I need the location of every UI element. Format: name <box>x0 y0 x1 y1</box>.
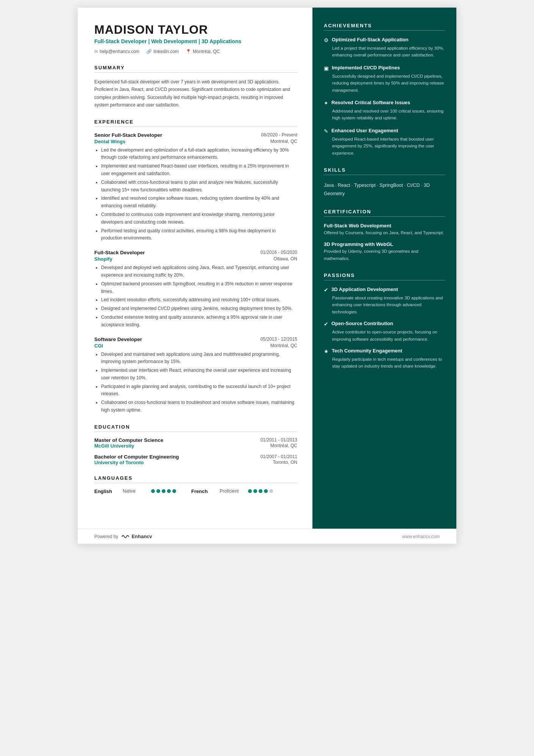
exp-header-2: Full-Stack Developer 01/2016 - 05/2020 <box>94 250 297 255</box>
passion-title-2: Open-Source Contribution <box>331 321 393 326</box>
passion-icon-3: ★ <box>324 348 329 354</box>
cert-1: Full-Stack Web Development Offered by Co… <box>324 223 445 236</box>
dot <box>156 489 160 493</box>
passion-header-3: ★ Tech Community Engagement <box>324 348 445 354</box>
exp-header-3: Software Developer 05/2013 - 12/2015 <box>94 337 297 342</box>
dot <box>248 489 252 493</box>
dot <box>167 489 171 493</box>
footer-logo: Enhancv <box>121 534 152 539</box>
dot <box>253 489 257 493</box>
achievements-section: ACHIEVEMENTS ⚙ Optimized Full-Stack Appl… <box>324 23 445 157</box>
passion-title-1: 3D Application Development <box>331 286 398 292</box>
exp-company-1: Dental Wings <box>94 139 125 144</box>
edu-location-2: Toronto, ON <box>273 460 297 465</box>
exp-location-2: Ottawa, ON <box>273 256 297 262</box>
bullet: Designed and implemented CI/CD pipelines… <box>101 305 297 313</box>
passion-desc-3: Regularly participate in tech meetups an… <box>324 356 445 370</box>
experience-title: EXPERIENCE <box>94 119 297 127</box>
exp-company-3: CGI <box>94 343 103 349</box>
footer-left: Powered by Enhancv <box>94 534 152 539</box>
summary-title: SUMMARY <box>94 65 297 73</box>
education-section: EDUCATION Master of Computer Science 01/… <box>94 424 297 465</box>
dot <box>172 489 176 493</box>
edu-location-1: Montréal, QC <box>270 443 297 449</box>
edu-school-row-1: McGill University Montréal, QC <box>94 443 297 449</box>
achievement-title-3: Resolved Critical Software Issues <box>331 100 410 105</box>
skills-text: Java · React · Typescript · SpringBoot ·… <box>324 181 445 198</box>
skills-section: SKILLS Java · React · Typescript · Sprin… <box>324 167 445 198</box>
edu-school-1: McGill University <box>94 443 134 449</box>
certification-title: CERTIFICATION <box>324 209 445 217</box>
achievement-desc-3: Addressed and resolved over 100 critical… <box>324 108 445 122</box>
bullet: Collaborated on cross-functional teams t… <box>101 399 297 414</box>
lang-name-fr: French <box>191 488 216 494</box>
lang-name-en: English <box>94 488 119 494</box>
passion-header-1: ✔ 3D Application Development <box>324 286 445 293</box>
achievement-header-1: ⚙ Optimized Full-Stack Application <box>324 37 445 43</box>
achievement-icon-4: ✎ <box>324 128 328 134</box>
header: MADISON TAYLOR Full-Stack Developer | We… <box>94 23 297 54</box>
lang-level-en: Native <box>123 488 147 494</box>
left-column: MADISON TAYLOR Full-Stack Developer | We… <box>78 8 312 544</box>
achievement-1: ⚙ Optimized Full-Stack Application Led a… <box>324 37 445 59</box>
passion-3: ★ Tech Community Engagement Regularly pa… <box>324 348 445 370</box>
exp-date-1: 06/2020 - Present <box>261 132 297 138</box>
passion-icon-1: ✔ <box>324 287 328 293</box>
cert-2: 3D Programming with WebGL Provided by Ud… <box>324 241 445 262</box>
passion-desc-1: Passionate about creating innovative 3D … <box>324 294 445 315</box>
footer-website: www.enhancv.com <box>402 534 440 539</box>
exp-bullets-3: Developed and maintained web application… <box>94 351 297 414</box>
achievement-desc-4: Developed React-based interfaces that bo… <box>324 136 445 157</box>
edu-school-2: University of Toronto <box>94 460 144 465</box>
exp-header-1: Senior Full-Stack Developer 06/2020 - Pr… <box>94 132 297 138</box>
linkedin-value: linkedin.com <box>153 49 179 54</box>
edu-entry-1: Master of Computer Science 01/2011 - 01/… <box>94 437 297 449</box>
bullet: Developed and deployed web applications … <box>101 264 297 279</box>
exp-date-3: 05/2013 - 12/2015 <box>261 337 297 342</box>
dot <box>264 489 268 493</box>
exp-title-3: Software Developer <box>94 337 142 342</box>
footer: Powered by Enhancv www.enhancv.com <box>78 529 456 544</box>
achievements-title: ACHIEVEMENTS <box>324 23 445 31</box>
languages-section: LANGUAGES English Native French Profici <box>94 475 297 494</box>
dot <box>269 489 273 493</box>
passion-2: ✔ Open-Source Contribution Active contri… <box>324 321 445 343</box>
achievement-title-2: Implemented CI/CD Pipelines <box>332 65 400 70</box>
powered-by-text: Powered by <box>94 534 118 539</box>
achievement-3: ✦ Resolved Critical Software Issues Addr… <box>324 100 445 122</box>
certification-section: CERTIFICATION Full-Stack Web Development… <box>324 209 445 262</box>
cert-desc-1: Offered by Coursera, focusing on Java, R… <box>324 229 445 236</box>
summary-section: SUMMARY Experienced full-stack developer… <box>94 65 297 109</box>
lang-english: English Native <box>94 488 176 494</box>
lang-row: English Native French Proficient <box>94 488 297 494</box>
achievement-4: ✎ Enhanced User Engagement Developed Rea… <box>324 128 445 157</box>
candidate-name: MADISON TAYLOR <box>94 23 297 37</box>
edu-entry-2: Bachelor of Computer Engineering 01/2007… <box>94 454 297 465</box>
bullet: Implemented user interfaces with React, … <box>101 367 297 382</box>
lang-dots-en <box>151 489 176 493</box>
footer-brand: Enhancv <box>131 534 152 539</box>
achievement-icon-3: ✦ <box>324 100 328 106</box>
cert-desc-2: Provided by Udemy, covering 3D geometrie… <box>324 248 445 262</box>
passion-header-2: ✔ Open-Source Contribution <box>324 321 445 327</box>
edu-header-2: Bachelor of Computer Engineering 01/2007… <box>94 454 297 460</box>
bullet: Led the development and optimization of … <box>101 147 297 162</box>
dot <box>259 489 262 493</box>
edu-header-1: Master of Computer Science 01/2011 - 01/… <box>94 437 297 443</box>
edu-degree-1: Master of Computer Science <box>94 437 163 443</box>
bullet: Contributed to continuous code improveme… <box>101 211 297 226</box>
bullet: Collaborated with cross-functional teams… <box>101 179 297 194</box>
exp-entry-2: Full-Stack Developer 01/2016 - 05/2020 S… <box>94 250 297 329</box>
achievement-header-2: ▣ Implemented CI/CD Pipelines <box>324 65 445 71</box>
edu-degree-2: Bachelor of Computer Engineering <box>94 454 179 460</box>
bullet: Participated in agile planning and analy… <box>101 383 297 398</box>
achievement-header-3: ✦ Resolved Critical Software Issues <box>324 100 445 106</box>
bullet: Developed and maintained web application… <box>101 351 297 366</box>
exp-entry-3: Software Developer 05/2013 - 12/2015 CGI… <box>94 337 297 414</box>
bullet: Identified and resolved complex software… <box>101 195 297 210</box>
edu-date-2: 01/2007 - 01/2011 <box>261 454 297 460</box>
achievement-header-4: ✎ Enhanced User Engagement <box>324 128 445 134</box>
email-value: help@enhancv.com <box>100 49 139 54</box>
right-column: ACHIEVEMENTS ⚙ Optimized Full-Stack Appl… <box>312 8 456 544</box>
passion-icon-2: ✔ <box>324 321 328 327</box>
